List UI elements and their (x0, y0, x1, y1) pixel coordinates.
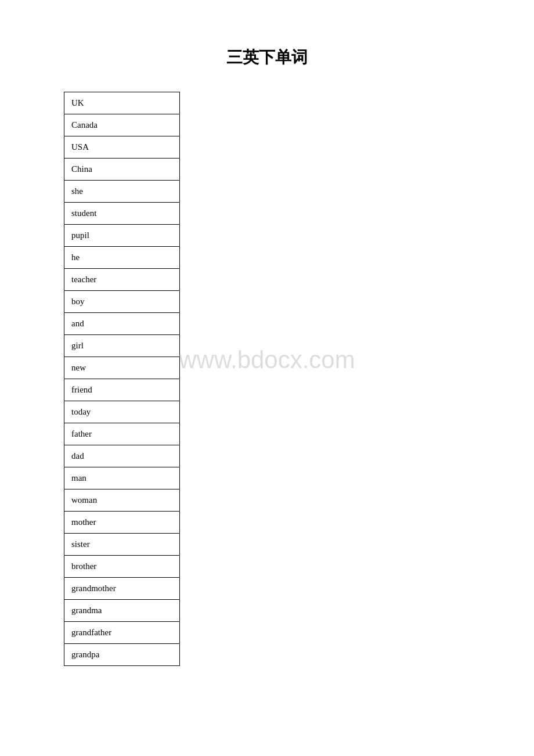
table-row: today (64, 401, 180, 423)
table-row: UK (64, 92, 180, 114)
word-cell: new (64, 357, 180, 379)
table-row: sister (64, 534, 180, 556)
table-row: grandfather (64, 622, 180, 644)
table-row: man (64, 467, 180, 489)
word-cell: woman (64, 489, 180, 512)
table-row: and (64, 313, 180, 335)
table-row: grandpa (64, 644, 180, 666)
table-row: dad (64, 445, 180, 467)
table-row: new (64, 357, 180, 379)
table-row: student (64, 203, 180, 225)
word-cell: he (64, 247, 180, 269)
word-cell: sister (64, 534, 180, 556)
word-cell: friend (64, 379, 180, 401)
word-cell: girl (64, 335, 180, 357)
word-cell: man (64, 467, 180, 489)
table-row: woman (64, 489, 180, 512)
word-cell: Canada (64, 114, 180, 136)
page-title: 三英下单词 (35, 46, 499, 69)
word-cell: brother (64, 556, 180, 578)
table-row: friend (64, 379, 180, 401)
word-table: UKCanadaUSAChinashestudentpupilheteacher… (64, 92, 180, 666)
table-row: teacher (64, 269, 180, 291)
word-cell: grandma (64, 600, 180, 622)
word-cell: UK (64, 92, 180, 114)
word-cell: USA (64, 136, 180, 159)
table-row: Canada (64, 114, 180, 136)
table-row: mother (64, 512, 180, 534)
word-cell: today (64, 401, 180, 423)
table-row: girl (64, 335, 180, 357)
word-cell: grandpa (64, 644, 180, 666)
word-cell: she (64, 181, 180, 203)
word-cell: pupil (64, 225, 180, 247)
word-cell: boy (64, 291, 180, 313)
word-cell: China (64, 159, 180, 181)
word-cell: dad (64, 445, 180, 467)
table-row: grandma (64, 600, 180, 622)
word-cell: student (64, 203, 180, 225)
page-container: 三英下单词 www.bdocx.com UKCanadaUSAChinashes… (0, 0, 534, 756)
table-row: she (64, 181, 180, 203)
word-cell: grandfather (64, 622, 180, 644)
word-cell: mother (64, 512, 180, 534)
table-row: grandmother (64, 578, 180, 600)
table-row: USA (64, 136, 180, 159)
table-row: pupil (64, 225, 180, 247)
watermark: www.bdocx.com (179, 346, 355, 374)
table-row: father (64, 423, 180, 445)
word-cell: teacher (64, 269, 180, 291)
table-row: he (64, 247, 180, 269)
word-cell: grandmother (64, 578, 180, 600)
table-row: boy (64, 291, 180, 313)
table-row: China (64, 159, 180, 181)
table-row: brother (64, 556, 180, 578)
word-cell: father (64, 423, 180, 445)
word-cell: and (64, 313, 180, 335)
